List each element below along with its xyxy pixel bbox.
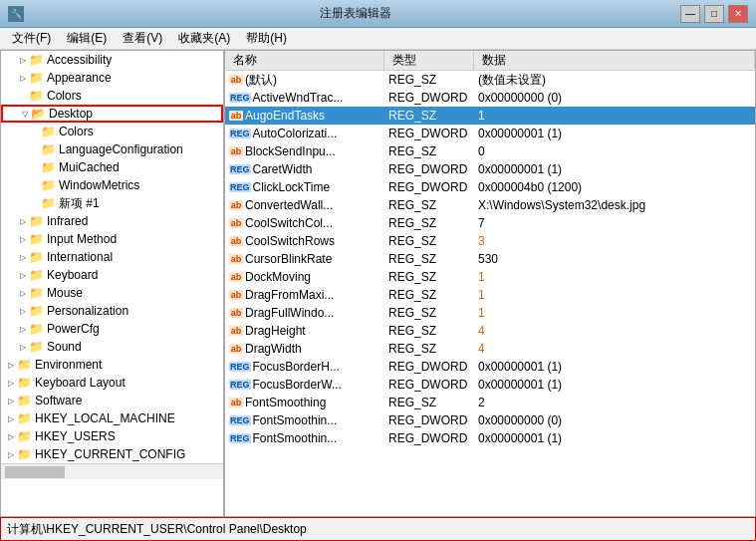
reg-row[interactable]: REGActiveWndTrac...REG_DWORD0x00000000 (… (225, 89, 755, 107)
menu-help[interactable]: 帮助(H) (238, 28, 295, 49)
reg-row[interactable]: abDragHeightREG_SZ4 (225, 322, 755, 340)
reg-cell-name: REGFocusBorderH... (225, 360, 384, 374)
tree-arrow: ▽ (19, 110, 31, 119)
tree-item-hkeyusers[interactable]: ▷📁HKEY_USERS (1, 427, 223, 445)
reg-type-icon: REG (229, 129, 251, 138)
reg-row[interactable]: ab(默认)REG_SZ(数值未设置) (225, 71, 755, 89)
tree-item-international[interactable]: ▷📁International (1, 248, 223, 266)
tree-label: LanguageConfiguration (59, 142, 183, 156)
reg-type-icon: ab (229, 398, 243, 407)
folder-icon: 📁 (29, 250, 45, 264)
reg-name-text: DragFullWindo... (245, 306, 334, 320)
reg-row[interactable]: REGFocusBorderH...REG_DWORD0x00000001 (1… (225, 358, 755, 376)
tree-item-colors[interactable]: 📁Colors (1, 87, 223, 105)
tree-arrow: ▷ (17, 271, 29, 280)
tree-label: Colors (59, 125, 94, 138)
reg-cell-name: abCoolSwitchRows (225, 234, 384, 248)
reg-row[interactable]: abCursorBlinkRateREG_SZ530 (225, 250, 755, 268)
reg-name-text: FontSmoothing (245, 396, 326, 409)
folder-icon: 📁 (17, 376, 33, 390)
main-content: ▷📁Accessibility▷📁Appearance📁Colors▽📂Desk… (0, 50, 756, 517)
folder-icon: 📁 (41, 142, 57, 156)
reg-row[interactable]: abBlockSendInpu...REG_SZ0 (225, 142, 755, 160)
reg-cell-name: abDragWidth (225, 342, 384, 356)
tree-panel[interactable]: ▷📁Accessibility▷📁Appearance📁Colors▽📂Desk… (1, 51, 225, 516)
tree-arrow: ▷ (5, 379, 17, 388)
reg-name-text: DragFromMaxi... (245, 288, 334, 302)
reg-type-icon: ab (229, 344, 243, 354)
tree-hscrollbar[interactable] (1, 463, 223, 479)
menu-bar: 文件(F) 编辑(E) 查看(V) 收藏夹(A) 帮助(H) (0, 28, 756, 50)
tree-item-muicached[interactable]: 📁MuiCached (1, 158, 223, 176)
tree-item-powercfg[interactable]: ▷📁PowerCfg (1, 320, 223, 338)
tree-item-keyboardlayout[interactable]: ▷📁Keyboard Layout (1, 374, 223, 392)
tree-item-environment[interactable]: ▷📁Environment (1, 356, 223, 374)
minimize-button[interactable]: — (680, 5, 700, 23)
tree-item-inputmethod[interactable]: ▷📁Input Method (1, 230, 223, 248)
reg-row[interactable]: abCoolSwitchRowsREG_SZ3 (225, 232, 755, 250)
tree-item-sound[interactable]: ▷📁Sound (1, 338, 223, 356)
folder-icon: 📂 (31, 107, 47, 121)
folder-icon: 📁 (29, 304, 45, 318)
menu-favorites[interactable]: 收藏夹(A) (170, 28, 238, 49)
reg-row[interactable]: abCoolSwitchCol...REG_SZ7 (225, 214, 755, 232)
tree-item-desktop[interactable]: ▽📂Desktop (1, 105, 223, 123)
reg-cell-data: 3 (474, 234, 755, 248)
tree-item-mouse[interactable]: ▷📁Mouse (1, 284, 223, 302)
tree-item-infrared[interactable]: ▷📁Infrared (1, 212, 223, 230)
reg-cell-data: 4 (474, 342, 755, 356)
reg-cell-data: 0x00000001 (1) (474, 360, 755, 374)
reg-type-icon: ab (229, 146, 243, 156)
tree-arrow: ▷ (5, 361, 17, 370)
reg-row[interactable]: abDragWidthREG_SZ4 (225, 340, 755, 358)
tree-item-new1[interactable]: 📁新项 #1 (1, 194, 223, 212)
reg-row[interactable]: REGAutoColorizati...REG_DWORD0x00000001 … (225, 125, 755, 142)
reg-row[interactable]: abDragFullWindo...REG_SZ1 (225, 304, 755, 322)
reg-name-text: FocusBorderW... (253, 378, 342, 392)
reg-name-text: BlockSendInpu... (245, 144, 336, 158)
menu-file[interactable]: 文件(F) (4, 28, 59, 49)
reg-cell-type: REG_DWORD (384, 180, 474, 194)
reg-row[interactable]: REGCaretWidthREG_DWORD0x00000001 (1) (225, 160, 755, 178)
registry-panel[interactable]: 名称 类型 数据 ab(默认)REG_SZ(数值未设置)REGActiveWnd… (225, 51, 755, 516)
tree-item-languageconfiguration[interactable]: 📁LanguageConfiguration (1, 140, 223, 158)
reg-row[interactable]: abDockMovingREG_SZ1 (225, 268, 755, 286)
tree-item-software[interactable]: ▷📁Software (1, 392, 223, 409)
tree-label: Keyboard Layout (35, 376, 126, 390)
reg-cell-name: abCoolSwitchCol... (225, 216, 384, 230)
menu-edit[interactable]: 编辑(E) (59, 28, 115, 49)
menu-view[interactable]: 查看(V) (115, 28, 170, 49)
tree-label: Desktop (49, 107, 93, 121)
reg-row[interactable]: abAugoEndTasksREG_SZ1 (225, 107, 755, 125)
reg-cell-data: 0x00000001 (1) (474, 378, 755, 392)
reg-type-icon: ab (229, 200, 243, 210)
tree-item-keyboard[interactable]: ▷📁Keyboard (1, 266, 223, 284)
reg-row[interactable]: REGFocusBorderW...REG_DWORD0x00000001 (1… (225, 376, 755, 394)
reg-cell-name: abDragFromMaxi... (225, 288, 384, 302)
reg-row[interactable]: abDragFromMaxi...REG_SZ1 (225, 286, 755, 304)
reg-row[interactable]: REGFontSmoothin...REG_DWORD0x00000000 (0… (225, 411, 755, 429)
reg-row[interactable]: REGClickLockTimeREG_DWORD0x000004b0 (120… (225, 178, 755, 196)
reg-row[interactable]: abFontSmoothingREG_SZ2 (225, 394, 755, 411)
reg-row[interactable]: REGFontSmoothin...REG_DWORD0x00000001 (1… (225, 429, 755, 447)
folder-icon: 📁 (29, 322, 45, 336)
tree-arrow: ▷ (5, 450, 17, 459)
reg-row[interactable]: abConvertedWall...REG_SZX:\Windows\Syste… (225, 196, 755, 214)
maximize-button[interactable]: □ (704, 5, 724, 23)
status-bar: 计算机\HKEY_CURRENT_USER\Control Panel\Desk… (0, 517, 756, 541)
reg-type-icon: ab (229, 308, 243, 318)
tree-item-hkeycurrentconfig[interactable]: ▷📁HKEY_CURRENT_CONFIG (1, 445, 223, 463)
tree-item-accessibility[interactable]: ▷📁Accessibility (1, 51, 223, 69)
tree-item-hkeylocalmachine[interactable]: ▷📁HKEY_LOCAL_MACHINE (1, 409, 223, 427)
tree-item-windowmetrics[interactable]: 📁WindowMetrics (1, 176, 223, 194)
reg-cell-type: REG_SZ (384, 396, 474, 409)
tree-item-colors2[interactable]: 📁Colors (1, 123, 223, 140)
reg-type-icon: REG (229, 93, 251, 103)
reg-cell-type: REG_SZ (384, 270, 474, 284)
tree-item-appearance[interactable]: ▷📁Appearance (1, 69, 223, 87)
reg-name-text: CaretWidth (253, 162, 313, 176)
close-button[interactable]: ✕ (728, 5, 748, 23)
tree-item-personalization[interactable]: ▷📁Personalization (1, 302, 223, 320)
reg-cell-data: 530 (474, 252, 755, 266)
reg-cell-type: REG_SZ (384, 288, 474, 302)
